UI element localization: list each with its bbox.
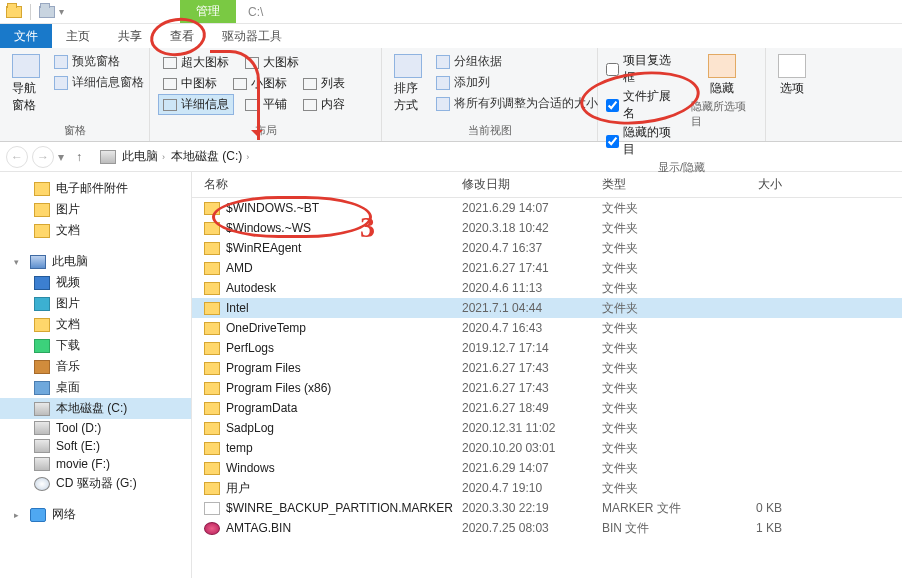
nav-documents[interactable]: 文档 — [0, 220, 191, 241]
view-content[interactable]: 内容 — [298, 94, 350, 115]
hidden-items-checkbox[interactable] — [606, 135, 619, 148]
nav-videos-label: 视频 — [56, 274, 80, 291]
nav-drive-d[interactable]: Tool (D:) — [0, 419, 191, 437]
file-row[interactable]: $Windows.~WS2020.3.18 10:42文件夹 — [192, 218, 902, 238]
file-row[interactable]: OneDriveTemp2020.4.7 16:43文件夹 — [192, 318, 902, 338]
preview-pane-button[interactable]: 预览窗格 — [52, 52, 146, 71]
forward-button[interactable]: → — [32, 146, 54, 168]
hide-selected-button[interactable]: 隐藏 隐藏所选项目 — [687, 52, 757, 131]
nav-pictures-label: 图片 — [56, 201, 80, 218]
back-button[interactable]: ← — [6, 146, 28, 168]
up-button[interactable]: ↑ — [68, 146, 90, 168]
title-bar: ▾ 管理 C:\ — [0, 0, 902, 24]
sort-by-button[interactable]: 排序方式 — [390, 52, 426, 116]
m-icons-label: 中图标 — [181, 75, 217, 92]
nav-drive-f[interactable]: movie (F:) — [0, 455, 191, 473]
nav-email-attachments[interactable]: 电子邮件附件 — [0, 178, 191, 199]
item-checkboxes-toggle[interactable]: 项目复选框 — [606, 52, 679, 86]
hide-icon — [708, 54, 736, 78]
details-label: 详细信息 — [181, 96, 229, 113]
file-row[interactable]: SadpLog2020.12.31 11:02文件夹 — [192, 418, 902, 438]
details-pane-button[interactable]: 详细信息窗格 — [52, 73, 146, 92]
hidden-items-toggle[interactable]: 隐藏的项目 — [606, 124, 679, 158]
nav-drive-c[interactable]: 本地磁盘 (C:) — [0, 398, 191, 419]
file-row[interactable]: AMD2021.6.27 17:41文件夹 — [192, 258, 902, 278]
file-row[interactable]: ProgramData2021.6.27 18:49文件夹 — [192, 398, 902, 418]
file-row[interactable]: Intel2021.7.1 04:44文件夹 — [192, 298, 902, 318]
view-large-icons[interactable]: 大图标 — [240, 52, 304, 73]
nav-downloads[interactable]: 下载 — [0, 335, 191, 356]
options-button[interactable]: 选项 — [774, 52, 810, 99]
file-row[interactable]: Program Files (x86)2021.6.27 17:43文件夹 — [192, 378, 902, 398]
column-header-date[interactable]: 修改日期 — [462, 176, 602, 193]
nav-documents-2[interactable]: 文档 — [0, 314, 191, 335]
size-all-columns-button[interactable]: 将所有列调整为合适的大小 — [434, 94, 600, 113]
column-header-type[interactable]: 类型 — [602, 176, 722, 193]
item-checkboxes-checkbox[interactable] — [606, 63, 619, 76]
folder-icon — [204, 382, 220, 395]
nav-cd-drive-g[interactable]: CD 驱动器 (G:) — [0, 473, 191, 494]
layout-group-label: 布局 — [158, 121, 373, 141]
breadcrumb[interactable]: 此电脑› 本地磁盘 (C:)› — [94, 148, 255, 165]
view-medium-icons[interactable]: 中图标 — [158, 73, 222, 94]
nav-this-pc[interactable]: ▾此电脑 — [0, 251, 191, 272]
file-row[interactable]: $WINRE_BACKUP_PARTITION.MARKER2020.3.30 … — [192, 498, 902, 518]
file-type: 文件夹 — [602, 480, 722, 497]
file-extensions-toggle[interactable]: 文件扩展名 — [606, 88, 679, 122]
file-extensions-checkbox[interactable] — [606, 99, 619, 112]
file-name: PerfLogs — [226, 341, 274, 355]
address-bar: ← → ▾ ↑ 此电脑› 本地磁盘 (C:)› — [0, 142, 902, 172]
chevron-right-icon[interactable]: › — [246, 152, 249, 162]
current-view-group-label: 当前视图 — [390, 121, 589, 141]
tab-home[interactable]: 主页 — [52, 24, 104, 48]
column-header-size[interactable]: 大小 — [722, 176, 822, 193]
file-date: 2020.4.7 16:37 — [462, 241, 602, 255]
manage-contextual-tab[interactable]: 管理 — [180, 0, 236, 23]
navigation-pane-button[interactable]: 导航窗格 — [8, 52, 44, 116]
tab-view[interactable]: 查看 — [156, 24, 208, 48]
navigation-tree[interactable]: 电子邮件附件 图片 文档 ▾此电脑 视频 图片 文档 下载 音乐 桌面 本地磁盘… — [0, 172, 192, 578]
expander-icon[interactable]: ▾ — [14, 257, 24, 267]
file-row[interactable]: $WINDOWS.~BT2021.6.29 14:07文件夹 — [192, 198, 902, 218]
preview-pane-icon — [54, 55, 68, 69]
view-tiles[interactable]: 平铺 — [240, 94, 292, 115]
file-row[interactable]: Autodesk2020.4.6 11:13文件夹 — [192, 278, 902, 298]
file-type: MARKER 文件 — [602, 500, 722, 517]
view-small-icons[interactable]: 小图标 — [228, 73, 292, 94]
view-details[interactable]: 详细信息 — [158, 94, 234, 115]
file-date: 2020.3.30 22:19 — [462, 501, 602, 515]
recent-locations-button[interactable]: ▾ — [58, 150, 64, 164]
file-date: 2021.6.29 14:07 — [462, 201, 602, 215]
group-by-button[interactable]: 分组依据 — [434, 52, 600, 71]
file-row[interactable]: PerfLogs2019.12.7 17:14文件夹 — [192, 338, 902, 358]
breadcrumb-drive-c[interactable]: 本地磁盘 (C:)› — [171, 148, 249, 165]
column-header-name[interactable]: 名称 — [192, 176, 462, 193]
file-row[interactable]: $WinREAgent2020.4.7 16:37文件夹 — [192, 238, 902, 258]
expander-icon[interactable]: ▸ — [14, 510, 24, 520]
nav-cd-g-label: CD 驱动器 (G:) — [56, 475, 137, 492]
nav-videos[interactable]: 视频 — [0, 272, 191, 293]
tab-drive-tools[interactable]: 驱动器工具 — [208, 24, 296, 48]
view-list[interactable]: 列表 — [298, 73, 350, 94]
file-row[interactable]: AMTAG.BIN2020.7.25 08:03BIN 文件1 KB — [192, 518, 902, 538]
file-name: Windows — [226, 461, 275, 475]
file-row[interactable]: temp2020.10.20 03:01文件夹 — [192, 438, 902, 458]
nav-drive-e[interactable]: Soft (E:) — [0, 437, 191, 455]
file-row[interactable]: Program Files2021.6.27 17:43文件夹 — [192, 358, 902, 378]
nav-network[interactable]: ▸网络 — [0, 504, 191, 525]
tab-file[interactable]: 文件 — [0, 24, 52, 48]
view-extra-large-icons[interactable]: 超大图标 — [158, 52, 234, 73]
nav-desktop[interactable]: 桌面 — [0, 377, 191, 398]
cd-icon — [34, 477, 50, 491]
chevron-right-icon[interactable]: › — [162, 152, 165, 162]
breadcrumb-this-pc[interactable]: 此电脑› — [122, 148, 165, 165]
add-columns-button[interactable]: 添加列 — [434, 73, 600, 92]
chevron-down-icon[interactable]: ▾ — [59, 6, 64, 17]
nav-pictures[interactable]: 图片 — [0, 199, 191, 220]
tab-share[interactable]: 共享 — [104, 24, 156, 48]
videos-icon — [34, 276, 50, 290]
nav-music[interactable]: 音乐 — [0, 356, 191, 377]
file-row[interactable]: Windows2021.6.29 14:07文件夹 — [192, 458, 902, 478]
nav-pictures-2[interactable]: 图片 — [0, 293, 191, 314]
file-row[interactable]: 用户2020.4.7 19:10文件夹 — [192, 478, 902, 498]
